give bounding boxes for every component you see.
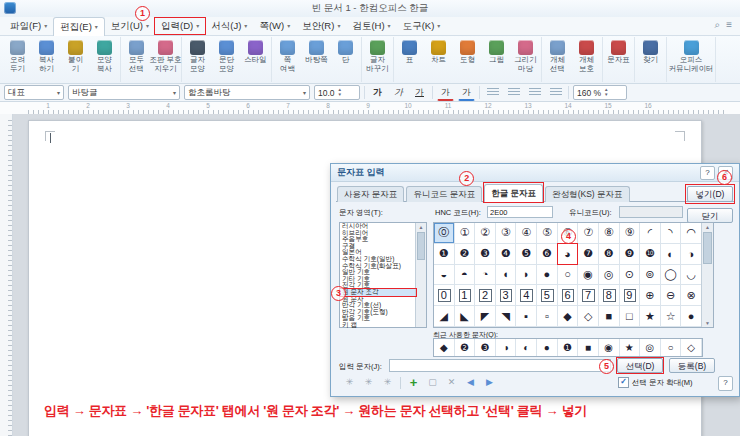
- character-cell[interactable]: ◥: [496, 306, 517, 327]
- tab-hangul-charmap[interactable]: 한글 문자표 2: [484, 184, 543, 202]
- ribbon-button[interactable]: 스타일: [241, 38, 270, 65]
- character-cell[interactable]: ◗: [516, 265, 537, 286]
- character-cell[interactable]: ◆: [558, 306, 579, 327]
- character-cell[interactable]: ❽: [599, 244, 620, 265]
- character-cell[interactable]: ❾: [620, 244, 641, 265]
- character-cell[interactable]: ◐: [661, 244, 682, 265]
- ribbon-button[interactable]: 글자 모양: [183, 38, 212, 73]
- character-cell[interactable]: ⊕: [640, 285, 661, 306]
- character-cell[interactable]: ◣: [455, 306, 476, 327]
- align-left-button[interactable]: [484, 85, 501, 100]
- tab-unicode-charmap[interactable]: 유니코드 문자표: [406, 186, 482, 202]
- character-cell[interactable]: 8: [599, 285, 620, 306]
- character-cell[interactable]: ◤: [475, 306, 496, 327]
- menu-tools[interactable]: 도구(K) ▾: [397, 18, 447, 34]
- recent-character-cell[interactable]: ◑: [496, 339, 517, 356]
- character-cell[interactable]: □: [620, 306, 641, 327]
- tab-user-charmap[interactable]: 사용자 문자표: [337, 186, 404, 202]
- new-window-icon[interactable]: ▢: [426, 376, 439, 389]
- character-cell[interactable]: ❶: [434, 244, 455, 265]
- menu-input[interactable]: 입력(D) ▾ 1: [155, 18, 205, 34]
- scroll-down-icon[interactable]: ▼: [702, 319, 713, 327]
- menu-security[interactable]: 보안(R) ▾: [296, 18, 346, 34]
- recent-character-cell[interactable]: ■: [578, 339, 599, 356]
- character-cell[interactable]: 0: [434, 285, 455, 306]
- add-charset-icon[interactable]: +: [407, 376, 420, 389]
- ribbon-button[interactable]: 문자표: [604, 38, 633, 65]
- list-scrollbar[interactable]: ▲: [415, 223, 426, 327]
- paragraph-style-dropdown[interactable]: 바탕글 ▾: [68, 85, 180, 100]
- ribbon-button[interactable]: 조판 부호 지우기: [151, 38, 180, 73]
- character-cell[interactable]: 2: [475, 285, 496, 306]
- character-cell[interactable]: 4: [516, 285, 537, 306]
- dialog-help-icon[interactable]: ?: [700, 166, 715, 180]
- align-justify-button[interactable]: [547, 85, 564, 100]
- line-spacing-stepper[interactable]: 160 % ▲▼: [573, 85, 627, 100]
- character-cell[interactable]: ⑧: [599, 223, 620, 244]
- register-button[interactable]: 등록(B): [669, 358, 715, 373]
- scroll-up-icon[interactable]: ▲: [416, 223, 426, 231]
- align-center-button[interactable]: [505, 85, 522, 100]
- scrollbar-thumb[interactable]: [417, 232, 425, 260]
- recent-character-cell[interactable]: ❸: [475, 339, 496, 356]
- recent-character-cell[interactable]: ●: [537, 339, 558, 356]
- delete-icon[interactable]: ✕: [445, 376, 458, 389]
- hamburger-icon[interactable]: ≡: [726, 19, 732, 31]
- recent-character-cell[interactable]: ★: [620, 339, 641, 356]
- character-cell[interactable]: ●: [537, 265, 558, 286]
- font-color-button[interactable]: 가: [437, 85, 454, 101]
- font-size-stepper[interactable]: 10.0 ▲▼: [314, 85, 360, 100]
- ribbon-button[interactable]: 문단 모양: [212, 38, 241, 73]
- select-button[interactable]: 선택(D) 5: [617, 358, 663, 373]
- search-icon[interactable]: ⌕: [715, 19, 721, 31]
- recent-character-cell[interactable]: ◉: [599, 339, 620, 356]
- grid-scrollbar[interactable]: ▲ ▼: [701, 223, 713, 327]
- character-cell[interactable]: ◯: [661, 265, 682, 286]
- dialog-titlebar[interactable]: 문자표 입력 ? ✕: [331, 164, 739, 182]
- ribbon-button[interactable]: 복사 하기: [32, 38, 61, 73]
- italic-button[interactable]: 가: [390, 85, 407, 100]
- tool-icon[interactable]: ✳: [362, 376, 375, 389]
- input-char-field[interactable]: [389, 359, 611, 372]
- character-cell[interactable]: ❺: [516, 244, 537, 265]
- character-cell[interactable]: ❿: [640, 244, 661, 265]
- ribbon-button[interactable]: 모두 선택: [122, 38, 151, 73]
- close-icon[interactable]: ✕: [718, 166, 733, 180]
- character-cell[interactable]: ④: [516, 223, 537, 244]
- character-cell[interactable]: ③: [496, 223, 517, 244]
- char-area-item[interactable]: 키 캡 3: [340, 322, 416, 329]
- help-icon[interactable]: ?: [718, 376, 733, 391]
- character-cell[interactable]: ▪: [516, 306, 537, 327]
- char-area-listbox[interactable]: 러시아어 3 히브리어 3 주음부호 3 구결 3 일본어: [339, 222, 427, 328]
- character-cell[interactable]: ❻: [537, 244, 558, 265]
- ribbon-button[interactable]: 글자 바꾸기: [363, 38, 392, 73]
- close-button[interactable]: 닫기: [687, 208, 733, 223]
- character-cell[interactable]: ❹: [496, 244, 517, 265]
- character-cell[interactable]: ⓪: [434, 223, 455, 244]
- character-cell[interactable]: 3: [496, 285, 517, 306]
- ribbon-button[interactable]: 개체 보호: [572, 38, 601, 73]
- character-cell[interactable]: ★: [640, 306, 661, 327]
- arrow-right-icon[interactable]: ▶: [483, 376, 496, 389]
- arrow-left-icon[interactable]: ◀: [464, 376, 477, 389]
- insert-button[interactable]: 넣기(D) 6: [687, 186, 733, 202]
- spinner-icons[interactable]: ▲▼: [338, 88, 342, 97]
- character-cell[interactable]: ⑦: [578, 223, 599, 244]
- bold-button[interactable]: 가: [369, 85, 386, 100]
- character-cell[interactable]: ◎: [599, 265, 620, 286]
- recent-character-cell[interactable]: ◎: [640, 339, 661, 356]
- character-cell[interactable]: ①: [455, 223, 476, 244]
- character-cell[interactable]: ⑥: [558, 223, 579, 244]
- character-cell[interactable]: ❸: [475, 244, 496, 265]
- ribbon-button[interactable]: 바탕쪽: [302, 38, 331, 65]
- character-cell[interactable]: ▫: [537, 306, 558, 327]
- recent-character-cell[interactable]: ❷: [455, 339, 476, 356]
- character-cell[interactable]: ◉: [578, 265, 599, 286]
- character-cell[interactable]: ⊙: [620, 265, 641, 286]
- ribbon-button[interactable]: 표: [395, 38, 424, 65]
- character-cell[interactable]: ☆: [661, 306, 682, 327]
- ribbon-button[interactable]: 단: [331, 38, 360, 65]
- character-cell[interactable]: ◝: [661, 223, 682, 244]
- character-cell[interactable]: 5: [537, 285, 558, 306]
- spinner-down-icon[interactable]: ▼: [338, 93, 342, 98]
